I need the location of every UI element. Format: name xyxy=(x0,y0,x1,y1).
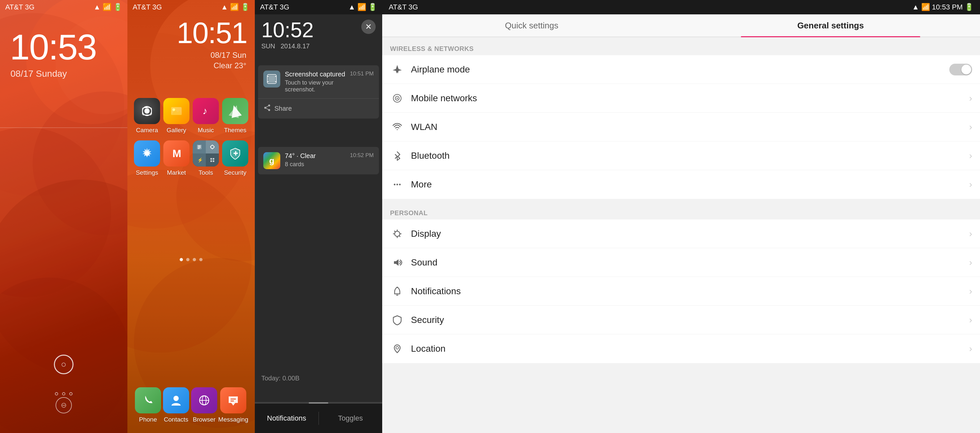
close-notifications-button[interactable]: ✕ xyxy=(361,20,375,34)
mobile-networks-icon xyxy=(390,91,404,105)
toggles-tab[interactable]: Toggles xyxy=(319,408,382,429)
settings-panel: AT&T 3G ▲ 📶 10:53 PM 🔋 Quick settings Ge… xyxy=(382,0,980,433)
svg-point-40 xyxy=(173,396,179,401)
svg-text:⚡: ⚡ xyxy=(197,157,202,163)
app-camera[interactable]: Camera xyxy=(134,98,160,134)
wlan-item[interactable]: WLAN › xyxy=(382,113,980,141)
notifications-chevron: › xyxy=(969,286,972,297)
wlan-icon xyxy=(390,120,404,134)
svg-rect-15 xyxy=(145,106,148,108)
music-icon: ♪ xyxy=(193,98,219,124)
themes-icon xyxy=(222,98,248,124)
app-browser[interactable]: Browser xyxy=(190,387,218,423)
bottom-indicator xyxy=(309,402,328,404)
more-icon xyxy=(390,177,404,192)
svg-text:♪: ♪ xyxy=(202,105,207,116)
bluetooth-icon xyxy=(390,149,404,163)
display-item[interactable]: Display › xyxy=(382,219,980,248)
app-tools[interactable]: ⚡ Tools xyxy=(193,140,219,176)
svg-line-56 xyxy=(266,106,269,108)
app-phone[interactable]: Phone xyxy=(134,387,162,423)
notif-day: SUN xyxy=(261,43,275,50)
weather-notification-item[interactable]: g 74° · Clear 8 cards 10:52 PM xyxy=(258,147,379,174)
app-contacts[interactable]: Contacts xyxy=(162,387,190,423)
security-label: Security xyxy=(411,315,969,325)
notif-status-bar: AT&T 3G ▲ 📶 🔋 xyxy=(255,0,382,14)
share-label[interactable]: Share xyxy=(274,105,292,112)
market-label: Market xyxy=(167,169,186,176)
bluetooth-label: Bluetooth xyxy=(411,151,969,161)
page-dot-1 xyxy=(55,392,58,395)
tools-label: Tools xyxy=(199,169,213,176)
screenshot-content: Screenshot captured Touch to view your s… xyxy=(285,71,345,93)
security-icon-home: ✚ xyxy=(222,140,248,167)
app-settings[interactable]: Settings xyxy=(134,140,160,176)
hs-wifi-icon: ▲ xyxy=(221,3,228,11)
slide-up-button[interactable]: ⊖ xyxy=(56,397,72,413)
svg-text:✚: ✚ xyxy=(233,150,238,157)
personal-settings-list: Display › Sound › Notifications › xyxy=(382,219,980,363)
security-item[interactable]: Security › xyxy=(382,306,980,335)
unlock-button[interactable]: ○ xyxy=(54,355,73,374)
svg-rect-35 xyxy=(210,158,212,160)
svg-point-54 xyxy=(268,109,270,111)
notif-signal-icon: 📶 xyxy=(357,3,366,11)
hs-carrier: AT&T 3G xyxy=(133,3,162,11)
svg-line-55 xyxy=(266,108,269,110)
airplane-mode-icon xyxy=(390,62,404,77)
general-settings-tab[interactable]: General settings xyxy=(681,14,980,36)
settings-carrier-text: AT&T 3G xyxy=(389,3,418,11)
screenshot-notification-card[interactable]: Screenshot captured Touch to view your s… xyxy=(258,65,379,119)
more-label: More xyxy=(411,179,969,190)
app-market[interactable]: Mi Market xyxy=(163,140,189,176)
slide-up-icon: ⊖ xyxy=(61,401,67,409)
notifications-tab[interactable]: Notifications xyxy=(255,408,318,429)
app-messaging[interactable]: Messaging xyxy=(218,387,248,423)
app-security[interactable]: ✚ Security xyxy=(222,140,248,176)
svg-rect-36 xyxy=(213,158,214,160)
location-chevron: › xyxy=(969,344,972,354)
weather-content: 74° · Clear 8 cards xyxy=(285,152,345,168)
display-label: Display xyxy=(411,228,969,239)
location-icon xyxy=(390,341,404,356)
weather-time: 10:52 PM xyxy=(350,152,374,159)
airplane-mode-toggle[interactable] xyxy=(949,64,972,75)
airplane-mode-label: Airplane mode xyxy=(411,64,949,75)
status-icons: ▲ 📶 🔋 xyxy=(94,3,122,11)
svg-rect-47 xyxy=(269,76,275,82)
security-icon xyxy=(390,313,404,327)
browser-icon xyxy=(191,387,217,413)
notif-status-icons: ▲ 📶 🔋 xyxy=(348,3,377,11)
screenshot-notification-item[interactable]: Screenshot captured Touch to view your s… xyxy=(258,65,379,98)
share-row[interactable]: Share xyxy=(258,98,379,119)
bluetooth-item[interactable]: Bluetooth › xyxy=(382,141,980,170)
settings-wifi-icon: ▲ xyxy=(912,3,919,11)
notifications-panel: AT&T 3G ▲ 📶 🔋 10:52 SUN 2014.8.17 ✕ xyxy=(255,0,382,433)
contacts-label: Contacts xyxy=(164,416,188,423)
quick-settings-tab[interactable]: Quick settings xyxy=(382,14,681,36)
app-music[interactable]: ♪ Music xyxy=(193,98,219,134)
weather-notification-card[interactable]: g 74° · Clear 8 cards 10:52 PM xyxy=(258,147,379,174)
app-gallery[interactable]: Gallery xyxy=(163,98,189,134)
sound-item[interactable]: Sound › xyxy=(382,248,980,277)
sound-label: Sound xyxy=(411,257,969,268)
app-themes[interactable]: Themes xyxy=(222,98,248,134)
settings-content: WIRELESS & NETWORKS Airplane mode Mobile… xyxy=(382,37,980,433)
security-label-home: Security xyxy=(224,169,247,176)
location-item[interactable]: Location › xyxy=(382,335,980,363)
airplane-mode-item[interactable]: Airplane mode xyxy=(382,55,980,84)
page-dot-3 xyxy=(193,258,196,261)
notif-header: 10:52 SUN 2014.8.17 ✕ xyxy=(255,14,382,54)
camera-label: Camera xyxy=(136,127,158,134)
mobile-networks-item[interactable]: Mobile networks › xyxy=(382,84,980,113)
notifications-item[interactable]: Notifications › xyxy=(382,277,980,306)
more-networks-item[interactable]: More › xyxy=(382,170,980,199)
wlan-label: WLAN xyxy=(411,122,969,132)
homescreen-date: 08/17 Sun xyxy=(211,51,246,60)
weather-cards: 8 cards xyxy=(285,161,345,168)
settings-status-bar: AT&T 3G ▲ 📶 10:53 PM 🔋 xyxy=(382,0,980,14)
svg-point-13 xyxy=(145,108,150,114)
sound-icon xyxy=(390,255,404,270)
settings-signal-icon: 📶 xyxy=(921,3,930,11)
browser-label: Browser xyxy=(193,416,216,423)
